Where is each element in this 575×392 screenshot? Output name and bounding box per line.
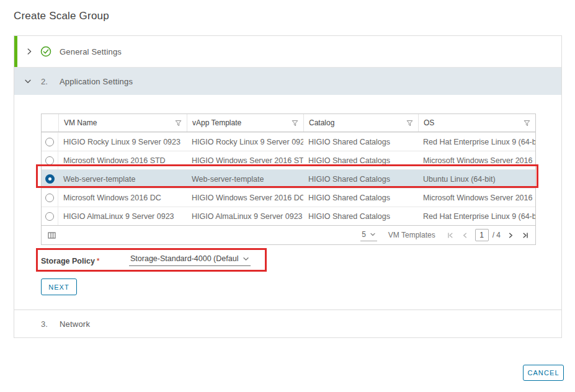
cell-vm-name: Microsoft Windows 2016 STD (58, 151, 187, 169)
pagination-controls: 1 / 4 (447, 229, 529, 241)
storage-policy-field: Storage Policy * Storage-Standard-4000 (… (41, 253, 100, 269)
next-page-icon[interactable] (507, 231, 515, 239)
column-header-label: OS (424, 118, 521, 127)
cell-catalog: HIGIO Shared Catalogs (303, 133, 418, 151)
column-header-os[interactable]: OS (418, 114, 535, 131)
column-header-label: VM Name (64, 118, 172, 127)
section-application-settings[interactable]: 2. Application Settings (14, 68, 561, 95)
filter-icon[interactable] (406, 120, 413, 127)
page-title: Create Scale Group (14, 10, 109, 22)
cell-vapp-template: Web-server-template (187, 170, 303, 188)
previous-page-icon[interactable] (461, 231, 469, 239)
cell-catalog: HIGIO Shared Catalogs (303, 170, 418, 188)
last-page-icon[interactable] (521, 231, 529, 239)
page-total-label: / 4 (493, 231, 501, 239)
radio-button[interactable] (45, 194, 54, 202)
storage-policy-value: Storage-Standard-4000 (Defaul (130, 254, 240, 263)
cell-vm-name: HIGIO AlmaLinux 9 Server 0923 (58, 207, 187, 225)
table-header-row: VM Name vApp Template Catalog OS (42, 114, 535, 132)
radio-button[interactable] (45, 212, 54, 221)
first-page-icon[interactable] (447, 231, 455, 239)
cancel-button[interactable]: CANCEL (523, 365, 564, 381)
cell-os: Red Hat Enterprise Linux 9 (64-b... (418, 207, 535, 225)
application-settings-content: VM Name vApp Template Catalog OS (14, 95, 561, 311)
cell-os: Microsoft Windows Server 2016 ... (418, 189, 535, 207)
items-type-label: VM Templates (388, 231, 435, 239)
column-header-label: vApp Template (192, 118, 289, 127)
check-circle-icon (40, 46, 51, 57)
storage-policy-select[interactable]: Storage-Standard-4000 (Defaul (129, 253, 251, 266)
section-title-general-settings: General Settings (60, 47, 122, 56)
chevron-down-icon[interactable] (24, 77, 32, 86)
table-row[interactable]: Microsoft Windows 2016 DC HIGIO Windows … (42, 188, 535, 207)
column-header-label: Catalog (309, 118, 404, 127)
page-number-input[interactable]: 1 (475, 229, 489, 241)
column-header-vm-name[interactable]: VM Name (58, 114, 187, 131)
table-row[interactable]: Microsoft Windows 2016 STD HIGIO Windows… (42, 151, 535, 169)
vm-template-table: VM Name vApp Template Catalog OS (41, 114, 536, 245)
cell-vapp-template: HIGIO Rocky Linux 9 Server 0923 (187, 133, 303, 151)
cell-catalog: HIGIO Shared Catalogs (303, 151, 418, 169)
page-size-select[interactable]: 5 (360, 229, 377, 241)
table-row-selected[interactable]: Web-server-template Web-server-template … (42, 169, 535, 188)
filter-icon[interactable] (175, 120, 182, 127)
cell-vm-name: Web-server-template (58, 170, 187, 188)
section-general-settings[interactable]: General Settings (14, 36, 561, 68)
cell-vm-name: HIGIO Rocky Linux 9 Server 0923 (58, 133, 187, 151)
wizard-accordion: General Settings 2. Application Settings… (14, 35, 562, 338)
section-network[interactable]: 3. Network (14, 310, 561, 337)
chevron-down-icon (370, 231, 376, 238)
cell-vapp-template: HIGIO Windows Server 2016 ST... (187, 151, 303, 169)
section-number: 2. (41, 77, 48, 86)
create-scale-group-wizard: Create Scale Group General Settings 2. A… (0, 0, 575, 392)
filter-icon[interactable] (524, 120, 530, 127)
column-picker-icon[interactable] (48, 231, 56, 239)
table-row[interactable]: HIGIO AlmaLinux 9 Server 0923 HIGIO Alma… (42, 207, 535, 225)
table-row[interactable]: HIGIO Rocky Linux 9 Server 0923 HIGIO Ro… (42, 132, 535, 151)
chevron-right-icon[interactable] (25, 47, 33, 56)
radio-button[interactable] (45, 156, 54, 165)
cell-os: Red Hat Enterprise Linux 9 (64-b... (418, 133, 535, 151)
cell-os: Ubuntu Linux (64-bit) (418, 170, 535, 188)
section-title-network: Network (60, 319, 90, 329)
cell-catalog: HIGIO Shared Catalogs (303, 189, 418, 207)
radio-button-checked[interactable] (45, 174, 55, 184)
storage-policy-label: Storage Policy (41, 257, 95, 265)
radio-column-header (42, 114, 58, 131)
cell-vm-name: Microsoft Windows 2016 DC (58, 189, 187, 207)
page-size-value: 5 (362, 230, 366, 239)
filter-icon[interactable] (292, 120, 298, 127)
chevron-down-icon (243, 256, 249, 262)
radio-button[interactable] (45, 138, 54, 146)
cell-os: Microsoft Windows Server 2016 ... (418, 151, 535, 169)
cell-vapp-template: HIGIO Windows Server 2016 DC ... (187, 189, 303, 207)
column-header-vapp-template[interactable]: vApp Template (187, 114, 303, 131)
required-asterisk: * (97, 257, 100, 265)
next-button[interactable]: NEXT (41, 278, 77, 295)
section-number: 3. (41, 319, 48, 329)
column-header-catalog[interactable]: Catalog (303, 114, 418, 131)
table-footer: 5 VM Templates 1 / 4 (42, 225, 535, 244)
section-title-application-settings: Application Settings (60, 77, 133, 86)
cell-vapp-template: HIGIO AlmaLinux 9 Server 0923 (187, 207, 303, 225)
cell-catalog: HIGIO Shared Catalogs (303, 207, 418, 225)
completed-indicator-bar (14, 36, 17, 67)
